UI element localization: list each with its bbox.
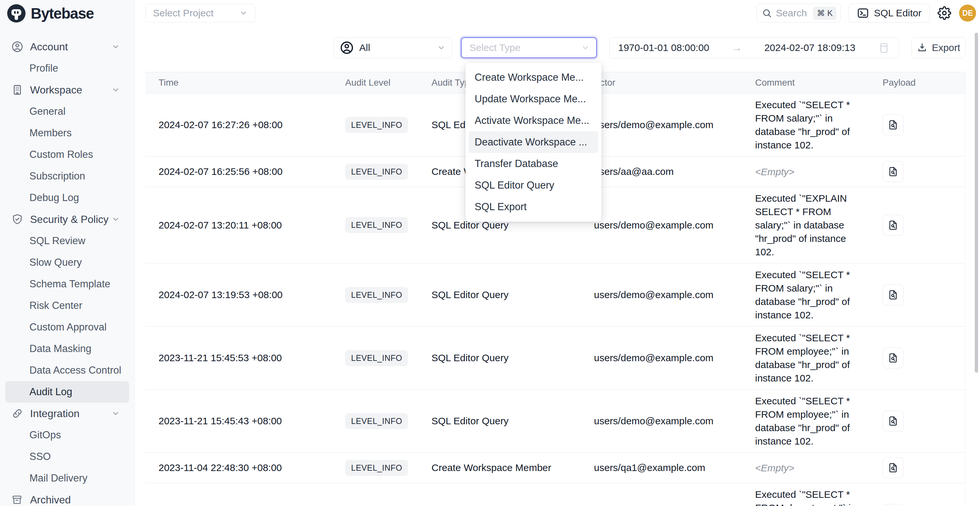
sidebar-group-label: Workspace	[30, 84, 111, 96]
sidebar-item-schema-template[interactable]: Schema Template	[0, 273, 134, 295]
sidebar-item-archived[interactable]: Archived	[0, 489, 134, 506]
dropdown-option-sql-export[interactable]: SQL Export	[466, 196, 601, 218]
sidebar-item-general[interactable]: General	[0, 101, 134, 122]
dropdown-option-deactivate-workspace[interactable]: Deactivate Workspace ...	[469, 131, 598, 153]
actor-cell: users/qa1@example.com	[594, 462, 755, 473]
actor-cell: users/demo@example.com	[594, 289, 755, 301]
bytebase-logo[interactable]: Bytebase	[0, 0, 134, 23]
sidebar-item-sql-review[interactable]: SQL Review	[0, 230, 134, 252]
sidebar-item-profile[interactable]: Profile	[0, 57, 134, 79]
sql-editor-button[interactable]: SQL Editor	[849, 3, 930, 22]
sidebar-group-label: Account	[30, 41, 111, 53]
level-badge: LEVEL_INFO	[345, 117, 408, 133]
actor-filter-value: All	[359, 42, 437, 53]
payload-button[interactable]	[883, 347, 904, 368]
chevron-down-icon	[111, 86, 120, 94]
payload-button[interactable]	[883, 284, 904, 305]
audit-type-cell: SQL Editor Query	[431, 415, 594, 426]
sidebar-group-account[interactable]: Account	[0, 36, 134, 57]
sidebar-item-audit-log[interactable]: Audit Log	[5, 381, 129, 403]
gear-icon[interactable]	[937, 6, 951, 20]
comment-cell: Executed `"SELECT * FROM salary;"` in da…	[755, 268, 866, 321]
actor-cell: users/demo@example.com	[594, 415, 755, 426]
payload-button[interactable]	[883, 115, 904, 135]
sidebar-item-subscription[interactable]: Subscription	[0, 165, 134, 187]
sidebar-group-security-policy[interactable]: Security & Policy	[0, 208, 134, 230]
file-search-icon	[888, 166, 899, 177]
type-filter-select[interactable]: Select Type	[461, 37, 597, 58]
payload-cell	[883, 504, 965, 506]
export-label: Export	[932, 42, 960, 53]
sidebar-item-sso[interactable]: SSO	[0, 446, 134, 468]
audit-type-cell: SQL Editor Query	[431, 352, 594, 363]
column-header-time: Time	[159, 78, 345, 88]
sidebar-item-custom-roles[interactable]: Custom Roles	[0, 144, 134, 165]
payload-cell	[883, 347, 965, 368]
comment-cell: Executed `"SELECT * FROM employee;"` in …	[755, 331, 866, 385]
dropdown-option-transfer-database[interactable]: Transfer Database	[466, 153, 601, 175]
table-row: 2023-11-21 15:45:53 +08:00LEVEL_INFOSQL …	[145, 326, 965, 390]
dropdown-option-update-workspace-me[interactable]: Update Workspace Me...	[466, 88, 601, 110]
comment-cell: Executed `"EXPLAIN SELECT * FROM salary;…	[755, 191, 866, 259]
payload-button[interactable]	[883, 504, 904, 506]
sidebar-item-data-access-control[interactable]: Data Access Control	[0, 360, 134, 381]
dropdown-option-sql-editor-query[interactable]: SQL Editor Query	[466, 175, 601, 196]
sidebar-item-mail-delivery[interactable]: Mail Delivery	[0, 468, 134, 489]
search-placeholder: Search	[776, 8, 809, 19]
payload-cell	[883, 284, 965, 305]
actor-filter-select[interactable]: All	[333, 37, 452, 58]
actor-cell: users/demo@example.com	[594, 352, 755, 363]
select-project-label: Select Project	[153, 8, 213, 19]
audit-level-cell: LEVEL_INFO	[345, 164, 431, 180]
sidebar-item-data-masking[interactable]: Data Masking	[0, 338, 134, 360]
level-badge: LEVEL_INFO	[345, 287, 408, 303]
time-cell: 2024-02-07 16:25:56 +08:00	[159, 166, 345, 177]
file-search-icon	[888, 220, 899, 231]
column-header-comment: Comment	[755, 78, 883, 88]
level-badge: LEVEL_INFO	[345, 350, 408, 366]
audit-level-cell: LEVEL_INFO	[345, 287, 431, 303]
calendar-icon	[878, 41, 890, 54]
sidebar-item-members[interactable]: Members	[0, 122, 134, 144]
dropdown-option-activate-workspace-me[interactable]: Activate Workspace Me...	[466, 110, 601, 131]
payload-button[interactable]	[883, 411, 904, 431]
chevron-down-icon	[111, 409, 120, 418]
sidebar-group-integration[interactable]: Integration	[0, 403, 134, 424]
payload-button[interactable]	[883, 215, 904, 235]
vertical-scrollbar[interactable]	[975, 33, 978, 372]
terminal-icon	[857, 7, 869, 19]
search-shortcut-badge: ⌘ K	[813, 6, 837, 20]
sidebar-item-gitops[interactable]: GitOps	[0, 424, 134, 446]
avatar[interactable]: DE	[959, 5, 976, 22]
select-project-dropdown[interactable]: Select Project	[145, 4, 255, 22]
audit-level-cell: LEVEL_INFO	[345, 350, 431, 366]
bytebase-app: Bytebase AccountProfileWorkspaceGeneralM…	[0, 0, 980, 506]
column-header-payload: Payload	[883, 78, 965, 88]
level-badge: LEVEL_INFO	[345, 164, 408, 180]
date-to[interactable]: 2024-02-07 18:09:13	[764, 42, 856, 53]
time-cell: 2024-02-07 13:19:53 +08:00	[159, 289, 345, 301]
brand-name: Bytebase	[31, 5, 94, 22]
payload-button[interactable]	[883, 161, 904, 182]
download-icon	[917, 43, 928, 53]
date-from[interactable]: 1970-01-01 08:00:00	[618, 42, 710, 53]
search-input[interactable]: Search ⌘ K	[756, 3, 841, 22]
main-area: Select Project Search ⌘ K SQL	[135, 0, 980, 506]
sidebar-item-slow-query[interactable]: Slow Query	[0, 252, 134, 273]
topbar: Select Project Search ⌘ K SQL	[135, 0, 980, 23]
table-row: 2023-11-04 22:48:30 +08:00LEVEL_INFOCrea…	[145, 453, 965, 483]
sidebar-item-risk-center[interactable]: Risk Center	[0, 295, 134, 317]
payload-cell	[883, 115, 965, 135]
payload-button[interactable]	[883, 457, 904, 478]
building-icon	[11, 84, 24, 96]
dropdown-option-create-workspace-me[interactable]: Create Workspace Me...	[466, 67, 601, 88]
sidebar-group-label: Integration	[30, 407, 111, 420]
payload-cell	[883, 457, 965, 478]
actor-cell: users/demo@example.com	[594, 119, 755, 130]
file-search-icon	[888, 415, 899, 426]
export-button[interactable]: Export	[912, 37, 966, 58]
sidebar-item-custom-approval[interactable]: Custom Approval	[0, 317, 134, 338]
sidebar-item-debug-log[interactable]: Debug Log	[0, 187, 134, 208]
sidebar-group-workspace[interactable]: Workspace	[0, 79, 134, 101]
date-range-picker[interactable]: 1970-01-01 08:00:00 → 2024-02-07 18:09:1…	[609, 37, 899, 58]
